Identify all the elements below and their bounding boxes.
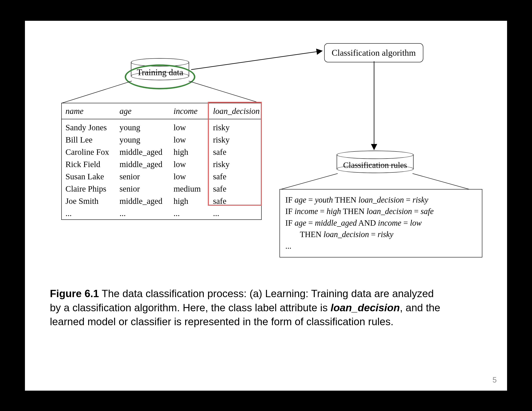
svg-line-4 xyxy=(280,173,338,190)
table-header-row: name age income loan_decision xyxy=(62,103,261,119)
figure-number: Figure 6.1 xyxy=(50,288,99,299)
col-name: name xyxy=(66,106,120,116)
table-row: Caroline Fox middle_aged high safe xyxy=(62,146,261,158)
table-row: Joe Smith middle_aged high safe xyxy=(62,195,261,207)
table-row: Rick Field middle_aged low risky xyxy=(62,158,261,170)
algorithm-label: Classification algorithm xyxy=(332,48,416,57)
rules-box: IF age = youth THEN loan_decision = risk… xyxy=(279,189,482,258)
table-row: Susan Lake senior low safe xyxy=(62,170,261,183)
training-data-table: name age income loan_decision Sandy Jone… xyxy=(61,103,262,220)
algorithm-box: Classification algorithm xyxy=(324,43,423,62)
rule-line: IF age = middle_aged AND income = low TH… xyxy=(285,217,476,240)
slide: Classification algorithm Training data n… xyxy=(25,21,507,391)
table-row: Sandy Jones young low risky xyxy=(62,121,261,134)
rules-cyl-label: Classification rules xyxy=(337,160,413,170)
rule-line: IF income = high THEN loan_decision = sa… xyxy=(285,206,476,217)
table-row: Claire Phips senior medium safe xyxy=(62,183,261,195)
caption-emph: loan_decision xyxy=(331,302,400,314)
training-data-label: Training data xyxy=(131,67,189,77)
figure-caption: Figure 6.1 The data classification proce… xyxy=(50,287,445,329)
col-age: age xyxy=(120,106,173,116)
svg-line-0 xyxy=(191,51,322,70)
table-row-ellipsis: ... ... ... ... xyxy=(62,207,261,220)
table-row: Bill Lee young low risky xyxy=(62,134,261,146)
rule-line: IF age = youth THEN loan_decision = risk… xyxy=(285,194,476,206)
col-loan: loan_decision xyxy=(213,106,260,116)
svg-line-5 xyxy=(412,173,470,190)
svg-line-3 xyxy=(189,81,260,103)
col-income: income xyxy=(173,106,213,116)
training-data-cylinder: Training data xyxy=(131,58,189,76)
svg-line-2 xyxy=(62,81,132,103)
rule-ellipsis: ... xyxy=(285,240,476,252)
page-number: 5 xyxy=(493,376,497,384)
rules-cylinder: Classification rules xyxy=(337,151,414,169)
